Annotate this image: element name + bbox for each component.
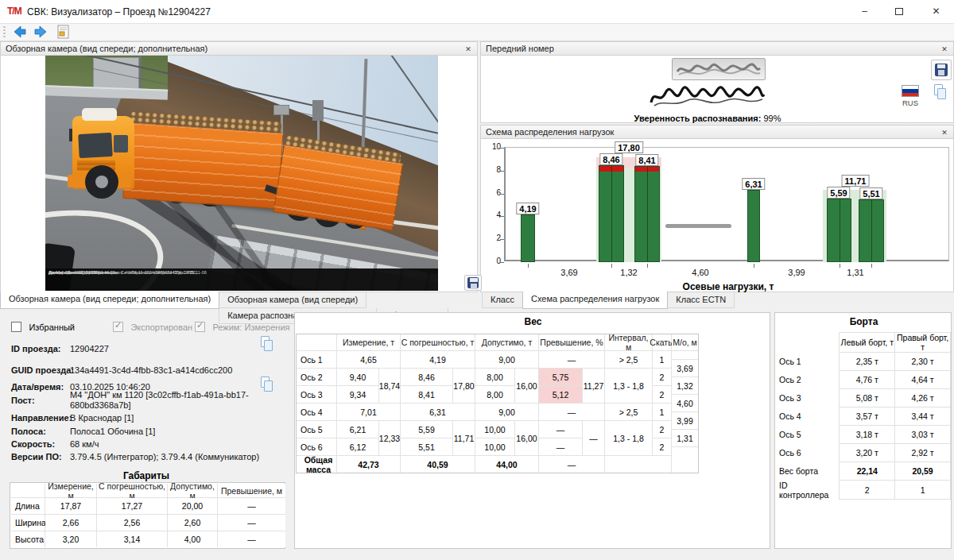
truck-cargo-slats-1 <box>122 122 283 209</box>
axle-spacing-label: 3,69 <box>560 268 577 277</box>
spacing-cell: 3,99 <box>672 412 698 429</box>
weight-panel: Вес Измерение, т С погрешностью, т Допус… <box>294 312 770 549</box>
copy-icon-front <box>937 88 946 99</box>
axle-spacing-label: 1,32 <box>620 268 637 277</box>
toolbar-grip[interactable] <box>3 26 6 39</box>
plate-image <box>672 58 766 80</box>
y-tick-label: 4 <box>485 210 501 219</box>
photo-sign-1 <box>273 105 289 115</box>
app-logo: Т/М <box>7 6 21 17</box>
checkbox-label: Режим: Измерения <box>212 322 289 332</box>
overlay-line: (заводской номер 63934); поверка: С-АУ/0… <box>48 270 207 275</box>
save-icon <box>935 64 948 76</box>
title-bar: Т/М СВК: Визуализатор – Проезд №12904227… <box>0 0 954 24</box>
tab-load-distribution[interactable]: Схема распределения нагрузок <box>522 292 668 309</box>
axle-value-label: 5,59 <box>827 187 850 199</box>
y-tick-label: 2 <box>485 234 501 242</box>
cell: 2 <box>653 369 671 385</box>
cell: 3,18 т <box>840 426 895 444</box>
report-button[interactable] <box>57 25 76 41</box>
table-row: Ось 2 4,76 т 4,64 т <box>778 371 951 389</box>
y-tick-label: 6 <box>485 188 501 197</box>
load-chart-panel-title: Схема распределения нагрузок <box>486 127 614 137</box>
plate-copy-button[interactable] <box>933 84 948 102</box>
window-title: СВК: Визуализатор – Проезд №12904227 <box>27 6 211 17</box>
cell: 2,66 <box>45 515 96 531</box>
cell: 17,87 <box>45 498 96 514</box>
dimensions-table: Измерение, м С погрешностью, м Допустимо… <box>11 484 284 547</box>
group-value-label: 11,71 <box>842 175 870 187</box>
camera-panel-header: Обзорная камера (вид спереди; дополнител… <box>0 41 478 56</box>
cell: 9,34 <box>337 386 378 403</box>
header-cell: Измерение, т <box>337 334 400 350</box>
total-cell: 42,73 <box>337 456 400 473</box>
coupling-indicator <box>665 224 731 228</box>
favorite-checkbox[interactable]: Избранный <box>11 319 75 334</box>
group-cell: 11,27 <box>583 369 604 403</box>
direction-value: В Краснодар [1] <box>70 413 134 423</box>
chart-save-button[interactable] <box>464 275 482 291</box>
checkbox-icon <box>195 322 205 332</box>
tab-class[interactable]: Класс <box>482 292 523 308</box>
row-label: Ось 2 <box>297 369 336 385</box>
cell: 7,01 <box>337 404 400 420</box>
total-cell: 44,00 <box>475 456 538 473</box>
cell: — <box>539 351 604 368</box>
dimensions-box: Измерение, м С погрешностью, м Допустимо… <box>10 482 285 549</box>
truck-windshield <box>78 133 113 158</box>
copy-pass-id-button[interactable] <box>259 336 275 353</box>
plate-panel-body: Уверенность распознавания: 99% RUS <box>480 56 954 123</box>
table-row: ID контроллера 2 1 <box>778 481 951 500</box>
field-label: Направление: <box>11 413 72 423</box>
sides-title: Борта <box>775 316 952 327</box>
field-label: Дата/время: <box>11 382 64 392</box>
cell: 4,26 т <box>895 389 951 407</box>
country-flag-icon <box>902 85 919 97</box>
spacing-cell: 1,31 <box>672 430 698 446</box>
minimize-button[interactable]: – <box>847 0 882 23</box>
tab-label: Схема распределения нагрузок <box>531 294 659 303</box>
axle-spacing-label: 1,31 <box>847 268 863 277</box>
tab-camera-front-additional[interactable]: Обзорная камера (вид спереди; дополнител… <box>0 292 219 309</box>
group-cell: 1,3 - 1,8 <box>605 369 652 403</box>
cell: 6,21 <box>337 421 378 438</box>
group-cell: 18,74 <box>379 369 400 403</box>
tab-camera-front[interactable]: Обзорная камера (вид спереди) <box>219 292 366 308</box>
row-label: Ось 3 <box>778 389 840 407</box>
header-cell <box>297 334 336 350</box>
load-chart-panel-body: 0 2 4 6 8 10 4,19 17,80 8,46 8 <box>480 139 954 292</box>
plate-save-button[interactable] <box>931 60 952 80</box>
cell: 20,00 <box>168 498 217 514</box>
cell: 2 <box>653 421 671 438</box>
table-row: Ось 5 3,18 т 3,03 т <box>778 426 951 444</box>
plate-panel-title: Передний номер <box>486 44 554 53</box>
group-cell: 1,3 - 1,8 <box>605 421 652 455</box>
plate-panel-close-icon[interactable]: ✕ <box>939 44 950 55</box>
table-row: Ось 4 3,57 т 3,44 т <box>778 407 951 426</box>
cell: > 2,5 <box>605 404 652 420</box>
header-cell: Превышение, % <box>539 334 604 350</box>
row-label: Ось 1 <box>297 351 336 368</box>
plate-panel-header: Передний номер ✕ <box>480 41 954 56</box>
camera-panel-close-icon[interactable]: ✕ <box>463 44 474 55</box>
cell-overload: 5,75 <box>539 369 582 385</box>
mode-checkbox: Режим: Измерения <box>195 319 290 334</box>
cell: 3,20 т <box>840 444 895 462</box>
tab-class-ectn[interactable]: Класс ECTN <box>667 292 735 308</box>
forward-button[interactable] <box>33 25 52 41</box>
cell: 2 <box>840 481 895 500</box>
back-button[interactable] <box>11 25 30 41</box>
header-cell: Допустимо, т <box>475 334 538 350</box>
close-window-button[interactable]: ✕ <box>918 0 954 23</box>
lane-value: Полоса1 Обочина [1] <box>70 427 155 436</box>
maximize-button[interactable] <box>882 0 918 23</box>
table-row: Вес борта 22,14 20,59 <box>778 462 951 481</box>
cell: 9,00 <box>475 404 538 420</box>
load-chart-panel-close-icon[interactable]: ✕ <box>939 127 950 138</box>
cell: 2,56 <box>97 515 167 531</box>
cell: 9,40 <box>337 369 378 385</box>
camera-panel-body: Дата/время: 2025-10-03 10:46:20; а/д М-4… <box>0 56 478 292</box>
cell: 6,31 <box>401 404 475 420</box>
table-row: Левый борт, т Правый борт, т <box>778 333 951 353</box>
table-row: Ось 1 2,35 т 2,30 т <box>778 353 951 371</box>
